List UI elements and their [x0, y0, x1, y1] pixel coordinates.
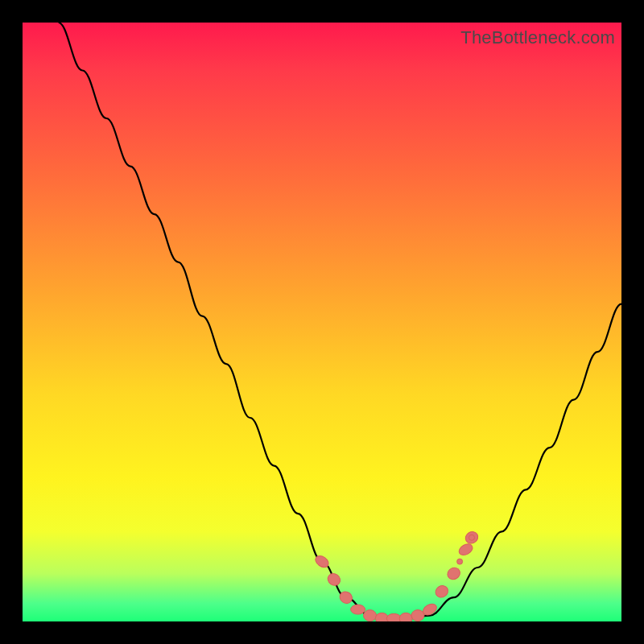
highlight-marker	[457, 542, 475, 557]
curve-svg	[23, 23, 621, 621]
plot-area: TheBottleneck.com	[23, 23, 621, 621]
highlight-marker	[375, 613, 388, 621]
highlight-marker	[351, 605, 365, 614]
highlight-dot	[469, 535, 475, 540]
highlight-marker	[399, 613, 412, 621]
chart-frame: TheBottleneck.com	[0, 0, 644, 644]
highlight-marker	[386, 613, 401, 621]
highlight-marker	[445, 565, 462, 581]
highlight-marker	[364, 610, 377, 621]
highlight-marker	[433, 584, 450, 600]
highlight-marker	[325, 572, 342, 588]
bottleneck-curve	[59, 23, 621, 618]
highlighted-points-group	[313, 530, 480, 621]
highlight-marker	[411, 610, 424, 621]
highlight-dot	[457, 559, 463, 564]
